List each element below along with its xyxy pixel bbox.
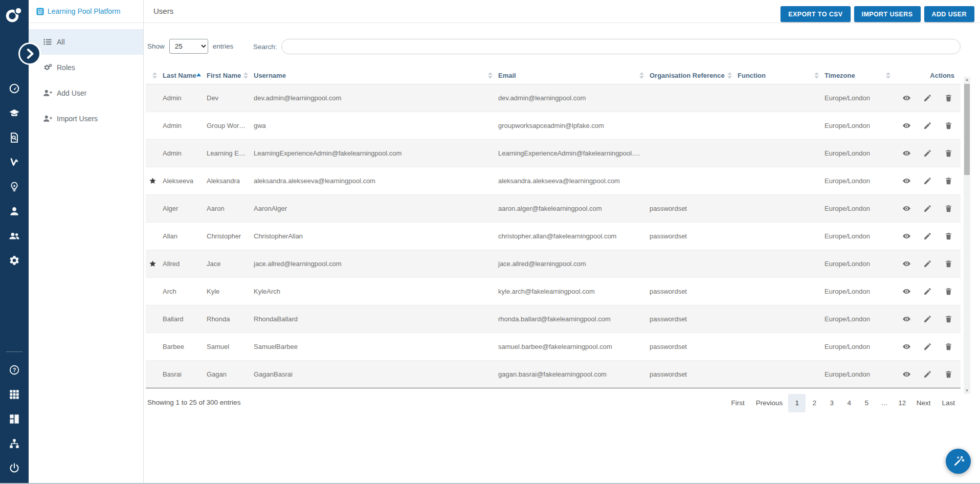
main-content: Users EXPORT TO CSV IMPORT USERS ADD USE… xyxy=(144,0,980,484)
cell-email: samuel.barbee@fakelearningpool.com xyxy=(495,333,646,360)
sidebar-item-roles[interactable]: Roles xyxy=(29,55,143,80)
delete-user-trash-icon[interactable] xyxy=(944,342,953,351)
settings-gear-icon[interactable] xyxy=(9,255,20,266)
content-search-icon[interactable] xyxy=(9,132,20,143)
column-header-function[interactable]: Function xyxy=(734,68,821,84)
cell-last-name: Admin xyxy=(159,139,203,167)
dashboards-layout-icon[interactable] xyxy=(9,413,20,425)
delete-user-trash-icon[interactable] xyxy=(944,232,953,240)
column-header-star[interactable] xyxy=(146,68,159,84)
cell-timezone: Europe/London xyxy=(821,167,893,194)
edit-user-pencil-icon[interactable] xyxy=(923,204,932,213)
view-user-eye-icon[interactable] xyxy=(902,204,911,213)
view-user-eye-icon[interactable] xyxy=(902,370,911,379)
page-previous[interactable]: Previous xyxy=(750,394,789,412)
page-1[interactable]: 1 xyxy=(788,394,806,412)
sort-icon xyxy=(814,72,819,79)
delete-user-trash-icon[interactable] xyxy=(944,259,953,268)
platform-label: Learning Pool Platform xyxy=(48,7,120,15)
add-user-button[interactable]: ADD USER xyxy=(924,6,974,22)
hierarchy-icon[interactable] xyxy=(9,438,20,449)
profile-icon[interactable] xyxy=(9,206,20,217)
ideas-lightbulb-icon[interactable] xyxy=(9,181,20,192)
edit-user-pencil-icon[interactable] xyxy=(923,94,932,102)
delete-user-trash-icon[interactable] xyxy=(944,287,953,296)
delete-user-trash-icon[interactable] xyxy=(944,149,953,158)
edit-user-pencil-icon[interactable] xyxy=(923,342,932,351)
cell-first-name: Aaron xyxy=(203,194,250,222)
edit-user-pencil-icon[interactable] xyxy=(923,149,932,158)
logout-power-icon[interactable] xyxy=(9,463,20,474)
page-3[interactable]: 3 xyxy=(823,394,840,412)
view-user-eye-icon[interactable] xyxy=(902,177,911,185)
edit-user-pencil-icon[interactable] xyxy=(923,177,932,185)
view-user-eye-icon[interactable] xyxy=(902,259,911,268)
page-4[interactable]: 4 xyxy=(840,394,858,412)
scrollbar-up-arrow[interactable]: ▲ xyxy=(964,77,970,83)
pagination: FirstPrevious12345…12NextLast xyxy=(725,394,961,412)
export-to-csv-button[interactable]: EXPORT TO CSV xyxy=(781,6,850,22)
sidebar-item-import-users[interactable]: Import Users xyxy=(29,106,143,131)
platform-header[interactable]: Learning Pool Platform xyxy=(29,0,143,23)
edit-user-pencil-icon[interactable] xyxy=(923,287,932,296)
sidebar-item-add-user[interactable]: Add User xyxy=(29,80,143,106)
view-user-eye-icon[interactable] xyxy=(902,342,911,351)
edit-user-pencil-icon[interactable] xyxy=(923,315,932,323)
column-header-email[interactable]: Email xyxy=(495,68,646,84)
column-header-organisation-reference[interactable]: Organisation Reference xyxy=(646,68,734,84)
view-user-eye-icon[interactable] xyxy=(902,287,911,296)
edit-user-pencil-icon[interactable] xyxy=(923,121,932,130)
edit-user-pencil-icon[interactable] xyxy=(923,370,932,379)
delete-user-trash-icon[interactable] xyxy=(944,121,953,130)
page-ellipsis[interactable]: … xyxy=(875,394,894,412)
delete-user-trash-icon[interactable] xyxy=(944,94,953,102)
delete-user-trash-icon[interactable] xyxy=(944,177,953,185)
vydio-icon[interactable] xyxy=(9,157,20,168)
delete-user-trash-icon[interactable] xyxy=(944,315,953,323)
view-user-eye-icon[interactable] xyxy=(902,149,911,158)
column-header-last-name[interactable]: Last Name xyxy=(159,68,203,84)
apps-grid-icon[interactable] xyxy=(9,389,20,400)
column-header-timezone[interactable]: Timezone xyxy=(821,68,893,84)
page-next[interactable]: Next xyxy=(911,394,937,412)
sidebar-item-label: Import Users xyxy=(57,115,98,123)
column-header-username[interactable]: Username xyxy=(250,68,495,84)
search-input[interactable] xyxy=(281,39,961,54)
view-user-eye-icon[interactable] xyxy=(902,315,911,323)
sidebar-item-label: Roles xyxy=(57,63,75,72)
dashboard-icon[interactable] xyxy=(9,83,20,94)
magic-wand-fab[interactable] xyxy=(946,449,971,474)
delete-user-trash-icon[interactable] xyxy=(944,370,953,379)
sidebar-item-all[interactable]: All xyxy=(29,29,143,55)
view-user-eye-icon[interactable] xyxy=(902,94,911,102)
page-12[interactable]: 12 xyxy=(894,394,911,412)
page-first[interactable]: First xyxy=(725,394,750,412)
page-size-select[interactable]: 25 xyxy=(169,39,208,54)
edit-user-pencil-icon[interactable] xyxy=(923,232,932,240)
cell-last-name: Admin xyxy=(159,84,203,112)
cell-email: groupworksapceadmin@lpfake.com xyxy=(495,112,646,139)
import-users-button[interactable]: IMPORT USERS xyxy=(854,6,921,22)
users-icon[interactable] xyxy=(9,230,20,241)
search-label: Search: xyxy=(253,43,277,51)
users-table: Last NameFirst NameUsernameEmailOrganisa… xyxy=(146,68,961,388)
secondary-sidebar: Learning Pool Platform All Roles Add Use… xyxy=(29,0,144,484)
column-header-first-name[interactable]: First Name xyxy=(203,68,250,84)
page-last[interactable]: Last xyxy=(936,394,961,412)
help-icon[interactable]: ? xyxy=(9,364,20,376)
learning-icon[interactable] xyxy=(9,107,20,119)
page-2[interactable]: 2 xyxy=(806,394,823,412)
sidebar-expand-button[interactable] xyxy=(18,42,41,65)
cell-timezone: Europe/London xyxy=(821,277,893,305)
edit-user-pencil-icon[interactable] xyxy=(923,259,932,268)
page-5[interactable]: 5 xyxy=(858,394,875,412)
view-user-eye-icon[interactable] xyxy=(902,121,911,130)
scrollbar-down-arrow[interactable]: ▼ xyxy=(964,388,970,394)
user-plus-icon xyxy=(43,89,52,98)
cell-username: KyleArch xyxy=(250,277,495,305)
scrollbar-thumb[interactable] xyxy=(964,84,970,175)
table-controls: Show 25 entries Search: xyxy=(146,39,961,54)
cell-first-name: Kyle xyxy=(203,277,250,305)
delete-user-trash-icon[interactable] xyxy=(944,204,953,213)
view-user-eye-icon[interactable] xyxy=(902,232,911,240)
